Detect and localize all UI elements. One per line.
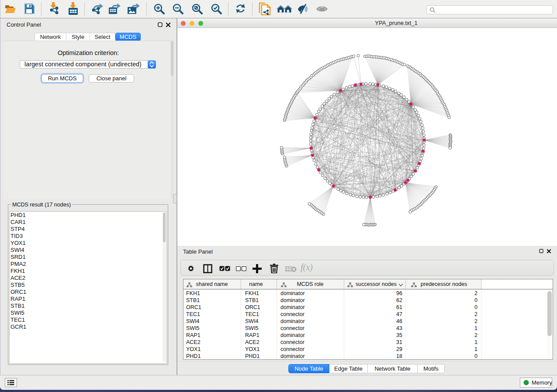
svg-text:f(x): f(x): [301, 263, 313, 272]
